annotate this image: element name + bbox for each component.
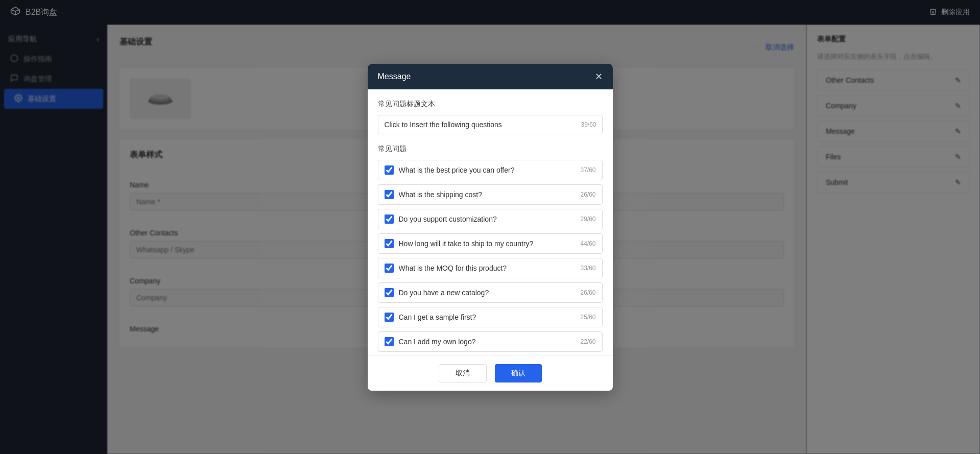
- faq-question-label-1: What is the best price you can offer?: [399, 166, 576, 174]
- faq-char-count-6: 26/60: [580, 289, 595, 296]
- modal-overlay[interactable]: Message ✕ 常见问题标题文本 39/60 常见问题 What is th…: [0, 0, 980, 454]
- cancel-button[interactable]: 取消: [439, 364, 487, 383]
- faq-question-1[interactable]: What is the best price you can offer? 37…: [378, 160, 603, 180]
- faq-checkbox-1[interactable]: [385, 165, 394, 175]
- faq-title-input[interactable]: [378, 115, 603, 134]
- modal-footer: 取消 确认: [368, 355, 613, 391]
- faq-title-label: 常见问题标题文本: [378, 100, 603, 109]
- faq-question-label-4: How long will it take to ship to my coun…: [399, 240, 576, 248]
- faq-question-6[interactable]: Do you have a new catalog? 26/60: [378, 282, 603, 303]
- faq-question-8[interactable]: Can I add my own logo? 22/60: [378, 331, 603, 352]
- faq-char-count-8: 22/60: [580, 338, 595, 345]
- faq-checkbox-5[interactable]: [385, 264, 394, 273]
- faq-checkbox-4[interactable]: [385, 239, 394, 248]
- faq-question-label-8: Can I add my own logo?: [399, 338, 576, 346]
- faq-question-3[interactable]: Do you support customization? 29/60: [378, 209, 603, 229]
- faq-question-4[interactable]: How long will it take to ship to my coun…: [378, 233, 603, 254]
- faq-char-count-4: 44/60: [580, 240, 595, 247]
- faq-question-label-2: What is the shipping cost?: [399, 190, 576, 199]
- faq-label: 常见问题: [378, 145, 603, 154]
- faq-checkbox-3[interactable]: [385, 214, 394, 224]
- faq-char-count-2: 26/60: [580, 191, 595, 198]
- confirm-button[interactable]: 确认: [495, 364, 542, 383]
- faq-question-label-7: Can I get a sample first?: [399, 313, 576, 321]
- faq-question-7[interactable]: Can I get a sample first? 25/60: [378, 307, 603, 327]
- faq-question-label-6: Do you have a new catalog?: [399, 289, 576, 297]
- modal-header: Message ✕: [368, 64, 613, 89]
- faq-checkbox-2[interactable]: [385, 190, 394, 199]
- faq-checkbox-7[interactable]: [385, 313, 394, 322]
- faq-title-char-count: 39/60: [581, 121, 596, 128]
- modal-close-button[interactable]: ✕: [595, 72, 603, 81]
- faq-char-count-1: 37/60: [580, 166, 595, 174]
- modal-body: 常见问题标题文本 39/60 常见问题 What is the best pri…: [368, 89, 613, 355]
- faq-title-input-wrapper: 39/60: [378, 115, 603, 134]
- faq-char-count-5: 33/60: [580, 265, 595, 272]
- faq-question-2[interactable]: What is the shipping cost? 26/60: [378, 184, 603, 205]
- modal-title: Message: [378, 72, 411, 81]
- faq-question-5[interactable]: What is the MOQ for this product? 33/60: [378, 258, 603, 278]
- faq-checkbox-8[interactable]: [385, 337, 394, 346]
- faq-question-label-3: Do you support customization?: [399, 215, 576, 223]
- faq-char-count-7: 25/60: [580, 314, 595, 321]
- faq-question-label-5: What is the MOQ for this product?: [399, 264, 576, 272]
- faq-char-count-3: 29/60: [580, 216, 595, 223]
- faq-checkbox-6[interactable]: [385, 288, 394, 297]
- modal-dialog: Message ✕ 常见问题标题文本 39/60 常见问题 What is th…: [368, 64, 613, 391]
